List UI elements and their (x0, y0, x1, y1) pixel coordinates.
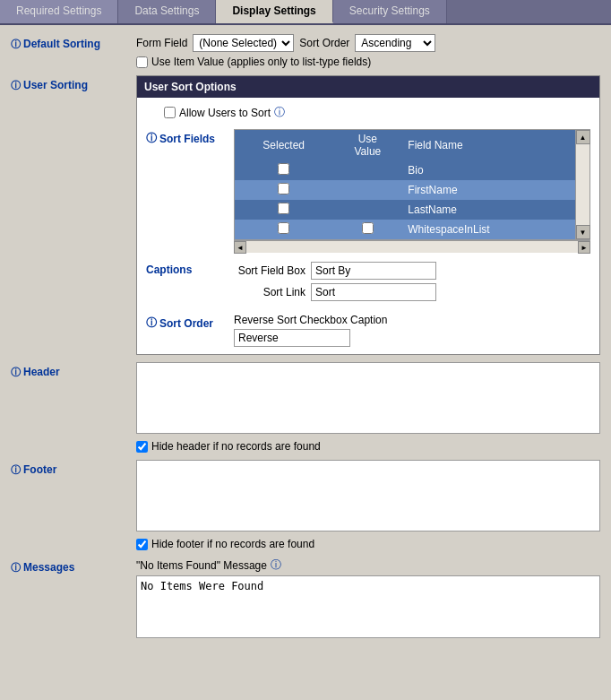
default-sorting-section: ⓘ Default Sorting Form Field (None Selec… (11, 34, 600, 68)
default-sorting-label: ⓘ Default Sorting (11, 34, 136, 51)
user-sorting-section: ⓘ User Sorting User Sort Options Allow U… (11, 75, 600, 355)
messages-label: ⓘ Messages (11, 557, 136, 575)
col-selected: Selected (235, 130, 332, 160)
col-use-value: UseValue (332, 130, 402, 160)
lastname-selected-checkbox[interactable] (278, 203, 289, 214)
whitespace-selected-checkbox[interactable] (278, 222, 289, 234)
no-items-found-label: "No Items Found" Message (136, 559, 267, 572)
use-item-value-label: Use Item Value (applies only to list-typ… (151, 56, 371, 68)
sort-fields-table-with-scroll: Selected UseValue Field Name (234, 129, 590, 240)
sort-fields-help-icon[interactable]: ⓘ (146, 131, 157, 146)
table-row: FirstName (235, 180, 575, 200)
messages-section: ⓘ Messages "No Items Found" Message ⓘ No… (11, 557, 600, 641)
reverse-caption-input[interactable] (234, 329, 350, 347)
sort-order-label: Sort Order (299, 37, 349, 49)
user-sort-title: User Sort Options (137, 76, 599, 98)
h-scroll-track (246, 241, 578, 253)
tab-security-settings[interactable]: Security Settings (333, 0, 447, 23)
default-sorting-content: Form Field (None Selected) Sort Order As… (136, 34, 600, 68)
sort-fields-label: ⓘ Sort Fields (146, 129, 227, 146)
reverse-caption-label: Reverse Sort Checkbox Caption (234, 314, 590, 326)
table-row: WhitespaceInList (235, 220, 575, 239)
header-textarea[interactable] (136, 362, 600, 434)
user-sort-box: User Sort Options Allow Users to Sort ⓘ … (136, 75, 600, 355)
hide-header-checkbox[interactable] (136, 441, 148, 453)
footer-help-icon[interactable]: ⓘ (11, 463, 21, 477)
sort-fields-row: ⓘ Sort Fields Selected (146, 129, 590, 253)
tab-required-settings[interactable]: Required Settings (0, 0, 118, 23)
whitespace-use-value-checkbox[interactable] (362, 222, 374, 234)
sort-order-help-icon[interactable]: ⓘ (146, 315, 157, 331)
row-lastname-use-value (332, 200, 402, 220)
hide-header-row: Hide header if no records are found (136, 440, 600, 453)
sort-order-inner-section: ⓘ Sort Order Reverse Sort Checkbox Capti… (146, 314, 590, 347)
sort-field-box-row: Sort Field Box (234, 262, 590, 280)
form-field-label: Form Field (136, 37, 187, 49)
footer-textarea[interactable] (136, 460, 600, 531)
row-firstname-use-value (332, 180, 402, 200)
sort-fields-scroll-area: Selected UseValue Field Name (235, 130, 575, 239)
hide-header-label: Hide header if no records are found (151, 440, 321, 453)
header-content: Hide header if no records are found (136, 362, 600, 453)
user-sorting-help-icon[interactable]: ⓘ (11, 79, 21, 92)
table-row: Bio (235, 160, 575, 180)
allow-users-row: Allow Users to Sort ⓘ (146, 105, 590, 120)
tab-display-settings[interactable]: Display Settings (216, 0, 332, 23)
row-bio-selected (235, 160, 332, 180)
row-bio-use-value (332, 160, 402, 180)
allow-users-help-icon[interactable]: ⓘ (274, 105, 285, 120)
sort-order-content: Reverse Sort Checkbox Caption (234, 314, 590, 347)
sort-order-inner-label: ⓘ Sort Order (146, 314, 227, 331)
user-sorting-content: User Sort Options Allow Users to Sort ⓘ … (136, 75, 600, 355)
header-section-label: ⓘ Header (11, 362, 136, 379)
messages-help-icon[interactable]: ⓘ (11, 561, 21, 575)
no-items-textarea[interactable]: No Items Were Found (136, 575, 600, 638)
vertical-scrollbar: ▲ ▼ (575, 130, 589, 239)
sort-order-select[interactable]: Ascending Descending (355, 34, 435, 52)
use-item-value-checkbox[interactable] (136, 56, 148, 68)
bio-selected-checkbox[interactable] (278, 163, 289, 175)
footer-section-label: ⓘ Footer (11, 460, 136, 477)
form-field-select[interactable]: (None Selected) (193, 34, 294, 52)
row-lastname-name: LastName (402, 200, 575, 220)
main-content: ⓘ Default Sorting Form Field (None Selec… (0, 25, 611, 657)
horizontal-scrollbar-row: ◄ ► (234, 240, 590, 253)
scroll-left-btn[interactable]: ◄ (234, 241, 246, 254)
tab-bar: Required Settings Data Settings Display … (0, 0, 611, 25)
sort-field-box-label: Sort Field Box (234, 264, 306, 277)
hide-footer-checkbox[interactable] (136, 539, 148, 550)
scroll-track (576, 144, 589, 225)
allow-users-label: Allow Users to Sort (179, 107, 271, 119)
user-sort-body: Allow Users to Sort ⓘ ⓘ Sort Fields (137, 98, 599, 354)
sort-link-row: Sort Link (234, 283, 590, 301)
captions-fields: Sort Field Box Sort Link (234, 262, 590, 305)
default-sorting-help-icon[interactable]: ⓘ (11, 38, 21, 51)
captions-row: Captions Sort Field Box Sort Link (146, 262, 590, 305)
header-section: ⓘ Header Hide header if no records are f… (11, 362, 600, 453)
scroll-down-btn[interactable]: ▼ (576, 225, 590, 239)
header-help-icon[interactable]: ⓘ (11, 366, 21, 379)
footer-content: Hide footer if no records are found (136, 460, 600, 550)
row-firstname-name: FirstName (402, 180, 575, 200)
hide-footer-row: Hide footer if no records are found (136, 538, 600, 550)
row-lastname-selected (235, 200, 332, 220)
sort-fields-table: Selected UseValue Field Name (235, 130, 575, 239)
row-whitespace-use-value (332, 220, 402, 239)
scroll-up-btn[interactable]: ▲ (576, 130, 590, 144)
tab-data-settings[interactable]: Data Settings (118, 0, 216, 23)
sort-link-input[interactable] (311, 283, 436, 301)
no-items-help-icon[interactable]: ⓘ (271, 557, 281, 573)
default-sorting-row: Form Field (None Selected) Sort Order As… (136, 34, 600, 52)
use-item-value-row: Use Item Value (applies only to list-typ… (136, 56, 600, 68)
captions-label: Captions (146, 262, 227, 276)
sort-field-box-input[interactable] (311, 262, 436, 280)
firstname-selected-checkbox[interactable] (278, 183, 289, 194)
scroll-right-btn[interactable]: ► (578, 241, 590, 254)
row-firstname-selected (235, 180, 332, 200)
row-whitespace-selected (235, 220, 332, 239)
allow-users-checkbox[interactable] (164, 107, 176, 118)
table-row: LastName (235, 200, 575, 220)
hide-footer-label: Hide footer if no records are found (151, 538, 314, 550)
footer-section: ⓘ Footer Hide footer if no records are f… (11, 460, 600, 550)
no-items-label-row: "No Items Found" Message ⓘ (136, 557, 600, 573)
